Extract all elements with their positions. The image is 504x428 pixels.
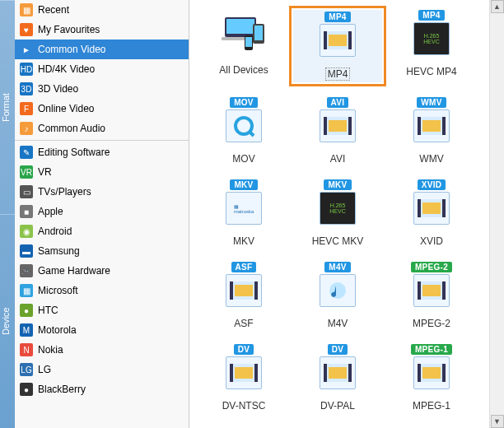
microsoft-icon: ▦ xyxy=(20,284,33,297)
nav-item-label: My Favourites xyxy=(38,24,100,35)
file-body-icon xyxy=(320,356,356,389)
format-badge: MKV xyxy=(230,179,257,190)
format-tile-asf[interactable]: ASFASF xyxy=(199,262,288,329)
tile-label: AVI xyxy=(330,153,345,165)
file-body-icon xyxy=(320,24,356,57)
nav-item-hd-4k-video[interactable]: HDHD/4K Video xyxy=(15,59,189,79)
svg-rect-6 xyxy=(245,37,252,47)
format-tile-avi[interactable]: AVIAVI xyxy=(293,97,382,165)
nav-item-my-favourites[interactable]: ♥My Favourites xyxy=(15,20,189,40)
format-grid-wrap: All DevicesMP4MP4MP4H.265HEVCHEVC MP4MOV… xyxy=(189,0,489,428)
format-tile-hevc-mp4[interactable]: MP4H.265HEVCHEVC MP4 xyxy=(387,10,476,82)
format-tile-dv-pal[interactable]: DVDV-PAL xyxy=(293,344,382,412)
format-tile-wmv[interactable]: WMVWMV xyxy=(387,97,476,165)
nav-item-apple[interactable]: ■Apple xyxy=(15,202,189,221)
nav-item-microsoft[interactable]: ▦Microsoft xyxy=(15,281,189,300)
format-badge: MKV xyxy=(324,179,351,190)
nav-item-tvs-players[interactable]: ▭TVs/Players xyxy=(15,182,189,202)
file-body-icon xyxy=(226,109,262,142)
tile-label: MOV xyxy=(232,153,254,165)
format-tile-mkv[interactable]: MKV▦matroskaMKV xyxy=(199,179,288,247)
format-badge: ASF xyxy=(231,262,257,272)
tab-format[interactable]: Format xyxy=(0,0,15,214)
format-badge: WMV xyxy=(417,97,446,108)
format-tile-hevc-mkv[interactable]: MKVH.265HEVCHEVC MKV xyxy=(293,179,382,247)
file-body-icon xyxy=(226,274,262,307)
lg-icon: LG xyxy=(20,363,33,376)
file-icon: ASF xyxy=(219,262,268,313)
format-tile-xvid[interactable]: XVIDXVID xyxy=(387,179,476,247)
svg-rect-1 xyxy=(226,19,254,34)
format-tile-mpeg-1[interactable]: MPEG-1MPEG-1 xyxy=(387,344,476,412)
svg-rect-13 xyxy=(324,117,327,135)
nav-item-label: HTC xyxy=(38,305,58,316)
nav-item-motorola[interactable]: MMotorola xyxy=(15,320,189,340)
nav-item-samsung[interactable]: ▬Samsung xyxy=(15,241,189,261)
nav-item-label: Nokia xyxy=(38,344,63,356)
nav-item-label: Samsung xyxy=(38,245,80,257)
scroll-down-icon[interactable]: ▼ xyxy=(491,415,504,428)
svg-rect-43 xyxy=(442,364,446,382)
nav-item-vr[interactable]: VRVR xyxy=(15,162,189,182)
svg-rect-42 xyxy=(418,364,421,382)
nav-item-label: Apple xyxy=(38,206,63,217)
file-icon: XVID xyxy=(407,179,456,230)
nav-item-label: Motorola xyxy=(38,324,77,336)
file-icon: M4V xyxy=(313,262,362,313)
nav-item-nokia[interactable]: NNokia xyxy=(15,340,189,360)
nav-item-common-video[interactable]: ►Common Video xyxy=(15,40,189,59)
devices-icon xyxy=(219,10,268,59)
file-body-icon: ▦matroska xyxy=(226,192,262,225)
nav-item-label: 3D Video xyxy=(38,83,78,95)
nav-item-label: Common Video xyxy=(38,44,106,55)
nav-item-android[interactable]: ◉Android xyxy=(15,221,189,241)
tile-label: M4V xyxy=(328,318,348,329)
svg-rect-17 xyxy=(418,117,421,135)
file-icon: DV xyxy=(219,344,268,395)
editing-icon: ✎ xyxy=(20,146,33,159)
scrollbar[interactable]: ▲ ▼ xyxy=(489,0,504,428)
svg-rect-19 xyxy=(422,120,441,132)
format-tile-mpeg-2[interactable]: MPEG-2MPEG-2 xyxy=(387,262,476,329)
file-icon: MKVH.265HEVC xyxy=(313,179,362,230)
nav-item-label: Editing Software xyxy=(38,147,110,158)
svg-rect-44 xyxy=(422,367,441,379)
nav-item-recent[interactable]: ▦Recent xyxy=(15,0,189,20)
nokia-icon: N xyxy=(20,343,33,356)
nav-item-3d-video[interactable]: 3D3D Video xyxy=(15,79,189,99)
format-tile-mov[interactable]: MOVMOV xyxy=(199,97,288,165)
format-badge: M4V xyxy=(324,262,350,272)
format-tile-dv-ntsc[interactable]: DVDV-NTSC xyxy=(199,344,288,412)
tile-label: WMV xyxy=(419,153,443,165)
nav-item-game-hardware[interactable]: 🎮Game Hardware xyxy=(15,261,189,281)
format-tile-m4v[interactable]: M4VM4V xyxy=(293,262,382,329)
format-badge: MPEG-2 xyxy=(411,262,452,272)
nav-item-blackberry[interactable]: ●BlackBerry xyxy=(15,379,189,399)
svg-rect-34 xyxy=(230,364,233,382)
format-grid: All DevicesMP4MP4MP4H.265HEVCHEVC MP4MOV… xyxy=(199,10,486,412)
tab-device[interactable]: Device xyxy=(0,214,15,428)
format-tile-all-devices[interactable]: All Devices xyxy=(199,10,288,82)
nav-item-label: LG xyxy=(38,364,51,375)
nav-item-htc[interactable]: ●HTC xyxy=(15,300,189,320)
format-badge: AVI xyxy=(327,97,349,108)
svg-point-28 xyxy=(329,282,346,299)
nav-item-editing-software[interactable]: ✎Editing Software xyxy=(15,142,189,162)
tile-label: MPEG-2 xyxy=(413,318,450,329)
nav-item-lg[interactable]: LGLG xyxy=(15,360,189,379)
svg-rect-26 xyxy=(254,281,258,300)
svg-rect-21 xyxy=(418,199,421,217)
svg-rect-23 xyxy=(422,202,441,214)
nav-item-online-video[interactable]: FOnline Video xyxy=(15,99,189,119)
file-icon: MP4 xyxy=(313,12,362,63)
scroll-up-icon[interactable]: ▲ xyxy=(491,0,504,13)
nav-item-common-audio[interactable]: ♪Common Audio xyxy=(15,119,189,138)
svg-rect-10 xyxy=(329,35,347,46)
format-tile-mp4[interactable]: MP4MP4 xyxy=(293,10,382,82)
nav-item-label: Common Audio xyxy=(38,123,105,134)
file-body-icon xyxy=(413,192,450,225)
format-badge: DV xyxy=(328,344,348,355)
svg-rect-15 xyxy=(329,120,347,132)
htc-icon: ● xyxy=(20,304,33,317)
nav-list: ▦Recent♥My Favourites►Common VideoHDHD/4… xyxy=(15,0,189,428)
